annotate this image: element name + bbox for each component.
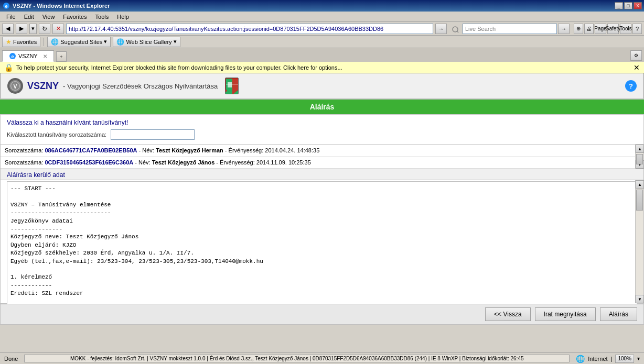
svg-text:V: V xyxy=(14,84,17,90)
button-bar: << Vissza Irat megnyitása Aláírás xyxy=(0,304,644,325)
app-subtitle: - Vagyonjogi Szerződések Országos Nyilvá… xyxy=(63,82,218,90)
cert-name-2: Teszt Közjegyző János xyxy=(152,159,215,166)
serial-row: Kiválasztott tanúsítvány sorozatszáma: xyxy=(7,129,637,140)
addressbar: ◀ ▶ ▾ ↻ ✕ → → ⊕ 🖨 Page Safety Tools ? xyxy=(0,22,644,36)
dropdown-arrow: ▾ xyxy=(104,38,107,45)
svg-line-3 xyxy=(457,31,459,32)
serial-label: Kiválasztott tanúsítvány sorozatszáma: xyxy=(7,131,106,138)
cert-serial-1: Sorozatszáma: 086AC646771CA7FA0BE02EB50A xyxy=(5,147,137,153)
instruction-label: Válassza ki a használni kívánt tanúsítvá… xyxy=(7,119,637,126)
cert-name-1: Teszt Közjegyző Herman xyxy=(156,147,223,153)
safety-button[interactable]: Safety xyxy=(607,24,619,34)
go-button[interactable]: → xyxy=(435,24,447,34)
menu-file[interactable]: File xyxy=(2,13,20,21)
refresh-button[interactable]: ↻ xyxy=(39,24,50,34)
app-header: V VSZNY - Vagyonjogi Szerződések Országo… xyxy=(0,73,644,100)
vszny-logo: V xyxy=(7,78,23,94)
rss-button[interactable]: ⊕ xyxy=(574,24,583,34)
main-content: V VSZNY - Vagyonjogi Szerződések Országo… xyxy=(0,73,644,325)
help-ie-button[interactable]: ? xyxy=(632,24,642,34)
signing-data-label: Aláírásra kerülő adat xyxy=(0,169,644,180)
cert-separator-1: - Név: xyxy=(139,147,156,153)
menu-tools[interactable]: Tools xyxy=(91,13,113,21)
signing-scroll-up[interactable]: ▲ xyxy=(636,180,644,189)
serial-input[interactable] xyxy=(111,129,195,140)
dropdown-arrow2: ▾ xyxy=(174,38,177,45)
signing-data-textarea: --- START --- VSZNY – Tanúsítvány elment… xyxy=(7,181,637,304)
stop-button[interactable]: ✕ xyxy=(52,24,64,34)
scroll-thumb[interactable] xyxy=(636,154,643,164)
back-button[interactable]: ◀ xyxy=(2,24,14,34)
security-bar[interactable]: 🔒 To help protect your security, Interne… xyxy=(0,62,644,73)
svg-text:e: e xyxy=(11,54,14,59)
cert-serial-2: Sorozatszáma: 0CDF31504654253F616E6C360A xyxy=(5,159,133,166)
cert-validity-1: Érvényesség: 2014.04.24. 14:48:35 xyxy=(229,147,320,153)
signing-scroll-down[interactable]: ▼ xyxy=(636,295,644,303)
web-slice-label: Web Slice Gallery xyxy=(126,39,171,45)
scroll-up-arrow[interactable]: ▲ xyxy=(636,145,644,153)
signing-scroll-thumb[interactable] xyxy=(636,190,643,211)
certificate-list: Sorozatszáma: 086AC646771CA7FA0BE02EB50A… xyxy=(1,145,643,169)
search-icon xyxy=(451,25,461,32)
app-title: VSZNY xyxy=(27,81,59,92)
close-button[interactable]: X xyxy=(634,2,642,9)
certificate-item-2[interactable]: Sorozatszáma: 0CDF31504654253F616E6C360A… xyxy=(1,157,635,169)
favorites-button[interactable]: ★ Favorites xyxy=(2,37,40,47)
close-security-bar-icon[interactable]: ✕ xyxy=(634,63,640,72)
svg-text:e: e xyxy=(5,4,7,9)
svg-rect-9 xyxy=(228,82,232,87)
section-header: Aláírás xyxy=(0,100,644,114)
cert-scrollbar[interactable]: ▲ ▼ xyxy=(635,145,643,169)
svg-point-2 xyxy=(453,27,458,32)
favorites-label: Favorites xyxy=(13,39,37,45)
help-button[interactable]: ? xyxy=(625,80,637,92)
tab-label: VSZNY xyxy=(18,53,38,59)
web-slice-button[interactable]: 🌐 Web Slice Gallery ▾ xyxy=(113,37,180,47)
tab-vszny[interactable]: e VSZNY ✕ xyxy=(2,50,54,62)
menu-view[interactable]: View xyxy=(38,13,59,21)
suggested-sites-label: Suggested Sites xyxy=(60,39,102,45)
scroll-track[interactable] xyxy=(636,153,643,160)
dropdown-button[interactable]: ▾ xyxy=(29,24,37,34)
restore-button[interactable]: □ xyxy=(624,2,632,9)
app-icon: e xyxy=(2,2,10,10)
view-document-button[interactable]: Irat megnyitása xyxy=(535,307,596,321)
coat-of-arms xyxy=(225,78,239,94)
security-message: To help protect your security, Internet … xyxy=(16,64,342,71)
menubar: File Edit View Favorites Tools Help xyxy=(0,12,644,22)
ie-icon-small2: 🌐 xyxy=(116,38,124,46)
window-title: VSZNY - Windows Internet Explorer xyxy=(13,3,615,9)
tab-close-icon[interactable]: ✕ xyxy=(43,53,47,59)
new-tab-button[interactable]: + xyxy=(56,51,67,62)
minimize-button[interactable]: _ xyxy=(615,2,623,9)
menu-help[interactable]: Help xyxy=(113,13,133,21)
print-button[interactable]: 🖨 xyxy=(584,24,594,34)
cert-dash-1: - xyxy=(225,147,229,153)
certificate-list-container: Sorozatszáma: 086AC646771CA7FA0BE02EB50A… xyxy=(0,145,644,169)
star-icon: ★ xyxy=(6,38,12,46)
cert-validity-2: Érvényesség: 2014.11.09. 10:25:35 xyxy=(220,159,311,166)
window-controls[interactable]: _ □ X xyxy=(615,2,642,9)
signing-data-container: --- START --- VSZNY – Tanúsítvány elment… xyxy=(0,180,644,304)
certificate-item-1[interactable]: Sorozatszáma: 086AC646771CA7FA0BE02EB50A… xyxy=(1,145,635,157)
tab-tools-button[interactable]: ⚙ xyxy=(630,50,642,61)
address-bar-input[interactable] xyxy=(66,24,433,34)
menu-edit[interactable]: Edit xyxy=(20,13,38,21)
page-button[interactable]: Page xyxy=(595,24,606,34)
cert-separator-2: - Név: xyxy=(135,159,152,166)
tab-icon: e xyxy=(9,52,16,60)
back-button[interactable]: << Vissza xyxy=(485,307,530,321)
titlebar: e VSZNY - Windows Internet Explorer _ □ … xyxy=(0,0,644,12)
search-go-button[interactable]: → xyxy=(558,24,570,34)
signing-scrollbar[interactable]: ▲ ▼ xyxy=(635,180,643,303)
tabbar: e VSZNY ✕ + ⚙ xyxy=(0,48,644,62)
sign-button[interactable]: Aláírás xyxy=(600,307,637,321)
menu-favorites[interactable]: Favorites xyxy=(59,13,91,21)
form-area: Válassza ki a használni kívánt tanúsítvá… xyxy=(0,114,644,145)
favbar: ★ Favorites 🌐 Suggested Sites ▾ 🌐 Web Sl… xyxy=(0,36,644,48)
signing-scroll-track[interactable] xyxy=(636,189,643,295)
search-input[interactable] xyxy=(463,24,557,34)
suggested-sites-button[interactable]: 🌐 Suggested Sites ▾ xyxy=(47,37,111,47)
tools-button[interactable]: Tools xyxy=(620,24,631,34)
forward-button[interactable]: ▶ xyxy=(16,24,27,34)
